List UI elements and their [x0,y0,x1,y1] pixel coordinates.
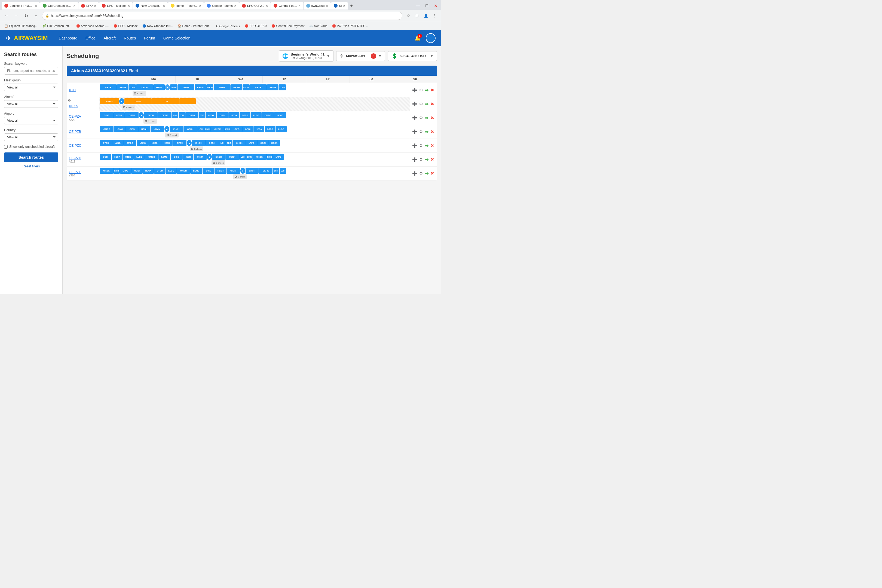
seg-oerk-pzd[interactable]: OERK [225,154,239,160]
bk-epo-olf[interactable]: 🔴 EPO OLF2.0 [243,24,268,28]
seg-lfpg-pzc[interactable]: LFPG [246,140,257,146]
seg-heca-pzb[interactable]: HECA [254,126,264,132]
seg-omdb-pzb[interactable]: OMDB [100,126,114,132]
seg-okbk-pze[interactable]: OKBK [100,168,113,174]
seg-llbg-pze[interactable]: LLBG [166,168,177,174]
settings-pze[interactable]: ⚙ [418,170,423,176]
seg-oiss-pza[interactable]: OISS [100,112,113,118]
seg-oimm-pzd[interactable]: OIMM [194,154,207,160]
seg-lemg-pzb[interactable]: LEMG [114,126,126,132]
seg-oiss-pzc[interactable]: OISS [149,140,161,146]
bk-new-cranach[interactable]: 🔵 New Cranach Intr... [141,24,174,28]
seg-otbd-pza[interactable]: OTBD [240,112,250,118]
seg-lemg-pzc[interactable]: LEMG [136,140,148,146]
seg-oimm-pza[interactable]: OIMM [125,112,138,118]
seg-oimm-pze[interactable]: OIMM [226,168,240,174]
seg-edir-pze[interactable]: EDIR [113,168,120,174]
seg-dot-pza[interactable]: ● [139,112,144,118]
seg-lsh-pzb[interactable]: LSH [197,126,204,132]
seg-obbi-pze[interactable]: OBBI [131,168,142,174]
show-unscheduled-checkbox[interactable] [4,145,8,148]
seg-dot-1[interactable]: ● [165,84,170,90]
arrow-pzd[interactable]: ➡ [424,156,429,163]
arrow-371[interactable]: ➡ [424,87,429,94]
seg-dot-pzc[interactable]: ● [187,140,192,146]
seg-otbd-pzc[interactable]: OTBD [100,140,112,146]
extensions-icon[interactable]: ⊞ [413,12,421,20]
aircraft-id-1055[interactable]: #1055 [69,104,97,108]
seg-dot-1055[interactable]: ● [119,98,124,104]
bk-pct[interactable]: 🔴 PCT files PATENTSC... [330,24,369,28]
seg-uttt[interactable]: UTTT [152,98,179,104]
fleet-group-select[interactable]: View all [4,84,58,91]
nav-dashboard[interactable]: Dashboard [59,36,78,40]
new-tab-button[interactable]: + [348,3,355,9]
seg-dot-pzb[interactable]: ● [164,126,170,132]
seg-okbk-pza[interactable]: OKBK [185,112,198,118]
world-selector[interactable]: 🌐 Beginner's World #1 Sat 20-Aug-2016, 1… [279,50,333,62]
seg-dot-pze[interactable]: ● [240,168,245,174]
seg-hesh-pza[interactable]: HESH [113,112,124,118]
tab-epo-fee[interactable]: Central Fee...✕ [271,2,303,9]
seg-obbi-pzc[interactable]: OBBI [257,140,268,146]
tab-new-cranach[interactable]: New Cranach...✕ [133,2,168,9]
seg-oerk-pzc[interactable]: OERK [205,140,219,146]
seg-oerk-pza[interactable]: OERK [158,112,171,118]
seg-lfpg-pzd[interactable]: LFPG [273,154,284,160]
home-button[interactable]: ⌂ [32,12,40,20]
seg-eham-1[interactable]: EHAM [117,84,129,90]
seg-heca-pza[interactable]: HECA [228,112,239,118]
money-selector[interactable]: 💲 69 949 436 USD ▼ [388,51,437,61]
settings-pzc[interactable]: ⚙ [418,142,423,148]
seg-eham-3[interactable]: EHAM [195,84,206,90]
aircraft-id-371[interactable]: #371 [69,88,97,92]
seg-lsh-pze[interactable]: LSH [273,168,279,174]
bk-patent-home[interactable]: 🏠 Home - Patent Cent... [176,24,213,28]
seg-edir-pzc[interactable]: EDIR [226,140,232,146]
seg-oedf-4[interactable]: OEDF [214,84,231,90]
bk-central-fee[interactable]: 🔴 Central Fee Payment [270,24,306,28]
seg-hesh-pzc[interactable]: HESH [161,140,172,146]
bk-cranach[interactable]: 🌿 Old Cranach Intr... [41,24,73,28]
bk-google-patents[interactable]: G Google Patents [214,24,242,28]
seg-obbi-pzb[interactable]: OBBI [242,126,253,132]
aircraft-id-oepzb[interactable]: OE-PZB [69,130,97,134]
add-route-1055[interactable]: ➕ [412,101,418,107]
address-bar[interactable]: 🔒 https://www.airwaysim.com/Game/486/Sch… [42,12,402,20]
close-button[interactable]: ✕ [432,2,440,9]
search-keyword-input[interactable] [4,67,58,75]
delete-pza[interactable]: ✖ [430,115,435,121]
seg-otbd-pzb[interactable]: OTBD [265,126,276,132]
tab-airwaysim[interactable]: Si✕ [331,2,348,9]
seg-ekch-pzc[interactable]: EKCH [192,140,205,146]
search-routes-button[interactable]: Search routes [4,153,58,162]
tab-google-patents[interactable]: Google Patents✕ [204,2,239,9]
bk-advanced[interactable]: 🔴 Advanced Search -... [75,24,110,28]
seg-heca-pze[interactable]: HECA [143,168,154,174]
seg-oerk-pze[interactable]: OERK [259,168,273,174]
settings-pza[interactable]: ⚙ [418,115,423,121]
arrow-pzb[interactable]: ➡ [424,128,429,135]
aircraft-select[interactable]: View all [4,100,58,108]
seg-ekch-pze[interactable]: EKCH [246,168,259,174]
seg-ekch-pza[interactable]: EKCH [144,112,158,118]
seg-oedf-1[interactable]: OEDF [100,84,117,90]
seg-hesh-pzd[interactable]: HESH [182,154,193,160]
forward-button[interactable]: → [12,12,20,20]
seg-lsh-pzd[interactable]: LSH [239,154,246,160]
seg-llbg-pzb[interactable]: LLBG [276,126,286,132]
seg-oedf-5[interactable]: OEDF [250,84,267,90]
tab-owncloud[interactable]: ownCloud✕ [303,2,331,9]
seg-omdb-pze[interactable]: OMDB [177,168,190,174]
seg-lddm-3[interactable]: LDDM [206,84,213,90]
add-route-pzd[interactable]: ➕ [412,156,418,162]
tab-mailbox[interactable]: EPO - Mailbox✕ [99,2,133,9]
seg-edir2-pzb[interactable]: EDIR [224,126,231,132]
seg-edir2-pza[interactable]: EDIR [199,112,205,118]
seg-heca-pzc[interactable]: HECA [269,140,280,146]
airline-selector[interactable]: ✈ Mozart Airs 9 ▼ [336,51,385,61]
minimize-button[interactable]: — [414,2,422,9]
seg-ekch-pzb[interactable]: EKCH [170,126,183,132]
seg-edir-pzd[interactable]: EDIR [246,154,253,160]
tab-patent-home[interactable]: Home - Patent...✕ [168,2,204,9]
